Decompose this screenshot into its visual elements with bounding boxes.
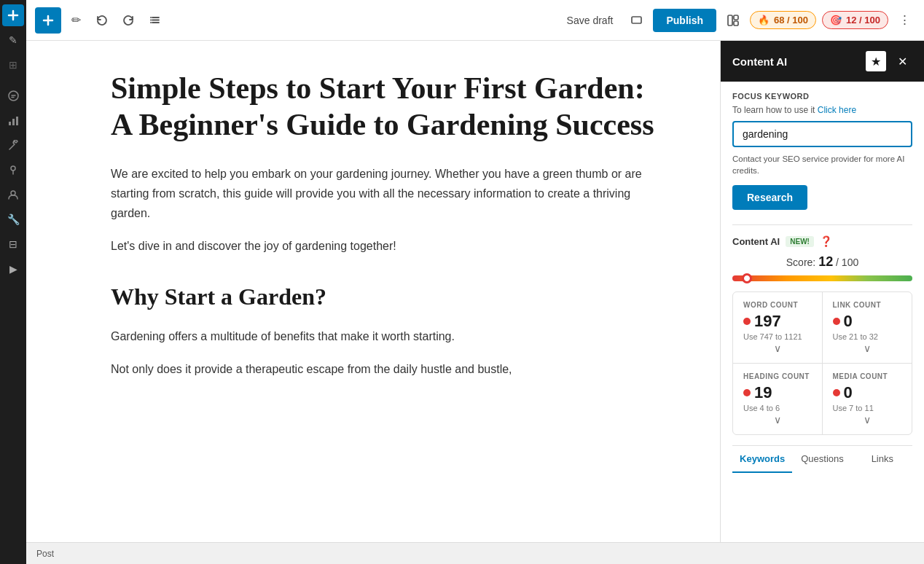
heading-count-expand[interactable]: ∨: [743, 414, 812, 426]
link-count-dot: [833, 318, 840, 325]
panel-header: Content AI ★ ✕: [721, 41, 924, 82]
heading-count-cell: HEADING COUNT 19 Use 4 to 6 ∨: [733, 364, 823, 434]
link-count-label: LINK COUNT: [833, 301, 902, 309]
panel-header-actions: ★ ✕: [866, 51, 912, 71]
ai-score-icon: 🎯: [830, 15, 842, 26]
content-ai-row: Content AI NEW! ❓: [732, 235, 912, 247]
svg-point-7: [150, 20, 152, 21]
sidebar-icon-grid[interactable]: ⊟: [2, 233, 24, 255]
media-count-dot: [833, 389, 840, 396]
star-button[interactable]: ★: [866, 51, 886, 71]
word-count-hint: Use 747 to 1121: [743, 332, 812, 341]
panel-tabs: Keywords Questions Links: [732, 445, 912, 473]
word-count-expand[interactable]: ∨: [743, 342, 812, 354]
score-text: Score: 12 / 100: [732, 254, 912, 270]
score-bar: [732, 275, 912, 281]
media-count-hint: Use 7 to 11: [833, 404, 902, 412]
divider: [732, 224, 912, 225]
ai-score-value: 12 / 100: [846, 15, 880, 26]
publish-button[interactable]: Publish: [653, 9, 716, 32]
svg-point-4: [11, 166, 15, 171]
bottom-bar-label: Post: [36, 549, 54, 559]
media-count-value: 0: [833, 383, 902, 402]
undo-button[interactable]: [91, 9, 112, 31]
redo-button[interactable]: [118, 9, 139, 31]
link-count-value: 0: [833, 312, 902, 331]
word-count-value: 197: [743, 312, 812, 331]
tab-links[interactable]: Links: [853, 446, 912, 473]
heading-count-label: HEADING COUNT: [743, 372, 812, 380]
editor-paragraph-4: Not only does it provide a therapeutic e…: [111, 359, 662, 379]
sidebar-icon-user[interactable]: [2, 184, 24, 205]
score-indicator: [742, 273, 752, 283]
svg-rect-11: [734, 15, 738, 20]
stats-grid: WORD COUNT 197 Use 747 to 1121 ∨ LINK CO…: [732, 291, 912, 435]
svg-point-5: [11, 191, 15, 195]
editor-paragraph-3: Gardening offers a multitude of benefits…: [111, 326, 662, 346]
sidebar-icon-play[interactable]: ▶: [2, 258, 24, 280]
keyword-input[interactable]: [732, 121, 912, 147]
post-title[interactable]: Simple Steps to Start Your First Garden:…: [111, 70, 662, 144]
svg-rect-12: [734, 21, 738, 26]
media-count-cell: MEDIA COUNT 0 Use 7 to 11 ∨: [823, 364, 912, 434]
tab-questions[interactable]: Questions: [792, 446, 852, 473]
svg-rect-2: [12, 119, 15, 125]
media-count-label: MEDIA COUNT: [833, 372, 902, 380]
editor-heading-2: Why Start a Garden?: [111, 277, 662, 316]
click-here-link[interactable]: Click here: [818, 105, 856, 115]
link-count-cell: LINK COUNT 0 Use 21 to 32 ∨: [823, 292, 912, 364]
save-draft-button[interactable]: Save draft: [560, 10, 621, 31]
list-view-button[interactable]: [145, 9, 166, 31]
panel-content: FOCUS KEYWORD To learn how to use it Cli…: [721, 82, 924, 483]
seo-score-value: 68 / 100: [774, 15, 808, 26]
word-count-cell: WORD COUNT 197 Use 747 to 1121 ∨: [733, 292, 823, 364]
sidebar-icon-chat[interactable]: [2, 85, 24, 106]
word-count-label: WORD COUNT: [743, 301, 812, 309]
layout-button[interactable]: [722, 9, 744, 31]
seo-score-icon: 🔥: [758, 15, 770, 26]
panel-title: Content AI: [732, 55, 787, 68]
sidebar-icon-add[interactable]: [2, 4, 24, 26]
main-editor: Simple Steps to Start Your First Garden:…: [52, 41, 720, 564]
add-block-button[interactable]: [35, 7, 61, 34]
svg-point-8: [150, 22, 152, 23]
sidebar-icon-bolt[interactable]: ✎: [2, 29, 24, 51]
seo-score-badge[interactable]: 🔥 68 / 100: [750, 11, 816, 29]
svg-rect-1: [9, 122, 11, 125]
svg-point-6: [150, 17, 152, 18]
help-icon[interactable]: ❓: [820, 235, 832, 247]
tab-keywords[interactable]: Keywords: [732, 446, 792, 473]
more-options-button[interactable]: ⋮: [894, 8, 915, 32]
svg-rect-10: [728, 15, 732, 26]
score-number: 12: [818, 254, 833, 269]
sidebar-icon-wrench[interactable]: 🔧: [2, 208, 24, 230]
bottom-bar: Post: [26, 542, 924, 564]
view-button[interactable]: [626, 9, 647, 31]
sidebar-icon-tools[interactable]: [2, 134, 24, 156]
research-button[interactable]: Research: [732, 185, 807, 210]
svg-rect-9: [632, 17, 641, 23]
media-count-expand[interactable]: ∨: [833, 414, 902, 426]
sidebar-icon-analytics[interactable]: [2, 109, 24, 131]
focus-keyword-label: FOCUS KEYWORD: [732, 92, 912, 101]
ai-credits-note: Contact your SEO service provider for mo…: [732, 153, 912, 176]
link-count-expand[interactable]: ∨: [833, 342, 902, 354]
editor-paragraph-1: We are excited to help you embark on you…: [111, 164, 662, 224]
content-ai-label: Content AI: [732, 236, 780, 247]
editor-paragraph-2: Let's dive in and discover the joy of ga…: [111, 236, 662, 256]
tools-button[interactable]: ✏: [67, 9, 85, 31]
new-badge: NEW!: [786, 236, 814, 247]
close-panel-button[interactable]: ✕: [892, 51, 912, 71]
heading-count-hint: Use 4 to 6: [743, 404, 812, 412]
ai-score-badge[interactable]: 🎯 12 / 100: [822, 11, 888, 29]
word-count-dot: [743, 318, 751, 325]
heading-count-dot: [743, 389, 751, 396]
focus-keyword-hint: To learn how to use it Click here: [732, 105, 912, 115]
link-count-hint: Use 21 to 32: [833, 332, 902, 341]
score-section: Score: 12 / 100: [732, 254, 912, 281]
editor-body[interactable]: We are excited to help you embark on you…: [111, 164, 662, 380]
left-sidebar: ✎ ⊞ 🔧 ⊟ ▶: [0, 0, 26, 564]
sidebar-icon-marker[interactable]: [2, 159, 24, 181]
svg-rect-3: [16, 117, 18, 125]
sidebar-icon-block[interactable]: ⊞: [2, 54, 24, 76]
